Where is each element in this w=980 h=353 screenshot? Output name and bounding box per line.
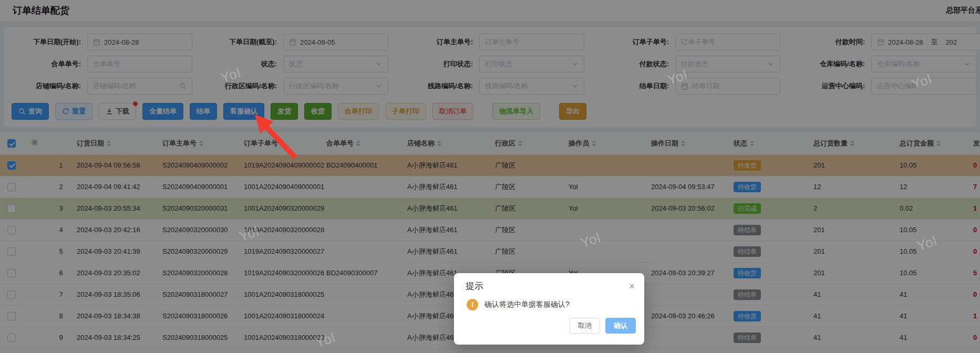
confirm-dialog: 提示 × ! 确认将选中单据客服确认? 取消 确认 xyxy=(454,273,644,345)
confirm-button[interactable]: 确认 xyxy=(605,318,636,334)
cancel-button[interactable]: 取消 xyxy=(570,318,600,334)
dialog-message: 确认将选中单据客服确认? xyxy=(484,300,570,309)
close-icon[interactable]: × xyxy=(627,280,637,292)
warning-icon: ! xyxy=(467,299,478,310)
dialog-title: 提示 xyxy=(466,280,483,292)
